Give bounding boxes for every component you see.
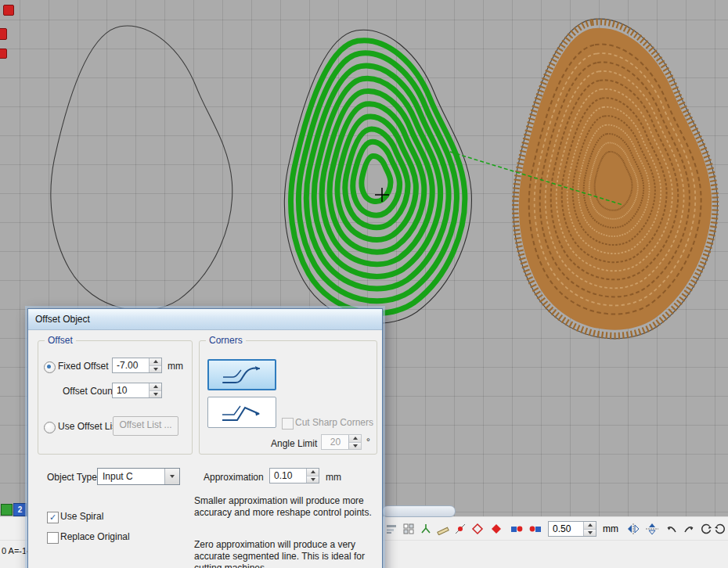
spin-down-button[interactable] — [150, 365, 161, 373]
mirror-vertical-icon[interactable] — [645, 523, 659, 535]
h-scrollbar-thumb[interactable] — [382, 505, 456, 517]
use-offset-list-radio[interactable] — [44, 422, 56, 433]
approximation-value[interactable]: 0.10 — [270, 469, 306, 483]
corner-rounded-icon — [218, 364, 265, 386]
spin-down-button[interactable] — [584, 529, 596, 537]
red-swatch-icon[interactable] — [3, 5, 14, 16]
dialog-titlebar[interactable]: Offset Object — [28, 309, 382, 330]
stitch-length-value[interactable]: 0.50 — [549, 522, 583, 536]
offset-list-button[interactable]: Offset List ... — [113, 416, 178, 436]
corners-group-label: Corners — [206, 335, 246, 346]
approximation-spinner[interactable]: 0.10 — [269, 468, 319, 484]
offset-object-dialog: Offset Object Offset Fixed Offset -7.00 … — [27, 308, 383, 568]
spin-up-button[interactable] — [349, 435, 361, 442]
spin-up-button[interactable] — [307, 469, 319, 476]
corner-style-sharp-button[interactable] — [207, 397, 276, 428]
mirror-horizontal-icon[interactable] — [626, 523, 640, 535]
measure-icon[interactable] — [437, 523, 449, 535]
spin-up-button[interactable] — [150, 358, 161, 365]
use-spiral-checkbox[interactable]: ✓ — [47, 512, 59, 523]
offset-count-value[interactable]: 10 — [113, 383, 149, 397]
spin-up-button[interactable] — [584, 522, 596, 529]
replace-original-checkbox[interactable] — [47, 532, 59, 544]
object-type-value: Input C — [98, 469, 164, 484]
spin-up-button[interactable] — [150, 383, 161, 390]
object-type-label: Object Type — [47, 472, 97, 483]
offset-count-spinner[interactable]: 10 — [112, 383, 162, 398]
spin-down-button[interactable] — [307, 476, 319, 484]
zero-approximation-note: Zero approximation will produce a very a… — [194, 539, 374, 568]
approximation-unit: mm — [326, 472, 341, 483]
offset-group-label: Offset — [45, 335, 76, 346]
fixed-offset-value[interactable]: -7.00 — [113, 358, 149, 372]
check-icon: ✓ — [49, 512, 56, 522]
source-outline-shape[interactable] — [51, 26, 232, 311]
entry-point-icon[interactable] — [510, 523, 523, 535]
red-swatch-icon[interactable] — [0, 49, 7, 59]
corner-style-rounded-button[interactable] — [207, 359, 276, 390]
approximation-label: Approximation — [204, 472, 264, 483]
rotate-45-right-icon[interactable] — [683, 523, 695, 535]
object-badge-blue[interactable]: 2 — [13, 503, 27, 516]
cut-sharp-corners-label: Cut Sharp Corners — [295, 417, 373, 428]
exit-point-icon[interactable] — [529, 523, 542, 535]
use-offset-list-label: Use Offset List — [58, 421, 119, 432]
offset-count-label: Offset Count — [63, 386, 115, 397]
grid-tool-icon[interactable] — [402, 523, 415, 535]
red-swatch-icon[interactable] — [0, 28, 7, 40]
degree-unit-label: ° — [366, 437, 370, 448]
rotate-cw-icon[interactable] — [714, 523, 726, 535]
dialog-title: Offset Object — [35, 314, 90, 325]
auto-sequence-icon[interactable] — [385, 523, 398, 535]
object-badge-green[interactable] — [1, 504, 13, 516]
combo-arrow-icon[interactable] — [164, 469, 179, 484]
branch-tool-icon[interactable] — [420, 523, 432, 535]
red-diamond-icon[interactable] — [490, 523, 503, 535]
stitch-length-spinner[interactable]: 0.50 — [548, 521, 596, 537]
fixed-offset-label: Fixed Offset — [58, 361, 108, 372]
fixed-offset-unit: mm — [168, 361, 183, 372]
angle-limit-label: Angle Limit — [271, 438, 317, 449]
angle-limit-spinner[interactable]: 20 — [321, 434, 362, 450]
replace-original-label: Replace Original — [60, 531, 130, 542]
stitch-length-unit: mm — [603, 523, 618, 534]
rotate-45-left-icon[interactable] — [665, 523, 678, 535]
snap-point-icon[interactable] — [454, 523, 467, 535]
rotate-ccw-icon[interactable] — [700, 523, 712, 535]
spin-down-button[interactable] — [150, 390, 161, 398]
cut-sharp-corners-checkbox[interactable] — [282, 418, 294, 430]
approximation-note: Smaller approximation will produce more … — [194, 495, 374, 519]
corner-sharp-icon — [218, 401, 265, 423]
use-spiral-label: Use Spiral — [60, 511, 103, 522]
fixed-offset-spinner[interactable]: -7.00 — [112, 358, 162, 373]
angle-limit-value[interactable]: 20 — [322, 435, 348, 449]
red-diamond-outline-icon[interactable] — [471, 523, 484, 535]
app-window: { "colors": { "canvas_bg": "#ababab", "s… — [0, 0, 728, 568]
stitched-shape[interactable] — [514, 19, 718, 339]
object-type-combobox[interactable]: Input C — [97, 468, 180, 485]
spin-down-button[interactable] — [349, 442, 361, 450]
offset-spiral-shape[interactable] — [291, 41, 465, 314]
fixed-offset-radio[interactable] — [44, 361, 56, 373]
